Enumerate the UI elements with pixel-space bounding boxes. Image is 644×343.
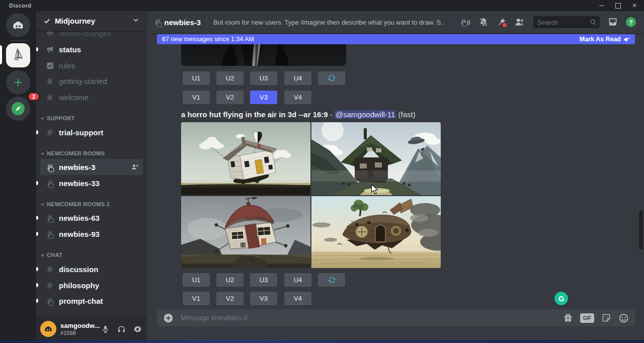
grammarly-icon[interactable]: G bbox=[554, 292, 568, 305]
v4-button-msg2[interactable]: V4 bbox=[284, 292, 311, 305]
chat-scrollbar[interactable] bbox=[639, 210, 643, 249]
grid-image-4[interactable] bbox=[311, 196, 441, 268]
unread-pill bbox=[36, 299, 38, 303]
chevron-down-icon bbox=[40, 116, 45, 121]
unread-pill bbox=[36, 283, 38, 287]
v2-button-msg1[interactable]: V2 bbox=[216, 91, 244, 104]
mode-text: (fast) bbox=[398, 110, 416, 119]
selected-server-pill bbox=[0, 45, 2, 64]
mark-as-read-button[interactable]: Mark As Read bbox=[580, 36, 630, 43]
explore-servers-button[interactable] bbox=[6, 97, 30, 121]
search-input[interactable] bbox=[536, 18, 590, 27]
user-mention[interactable]: @samgoodwill-11 bbox=[335, 110, 396, 119]
hash-bubble-icon: # bbox=[44, 296, 55, 306]
u1-button-msg2[interactable]: U1 bbox=[183, 273, 210, 287]
hash-bubble-icon: # bbox=[44, 162, 55, 172]
add-server-button[interactable] bbox=[6, 70, 30, 95]
grid-image-1[interactable] bbox=[181, 122, 310, 195]
u1-button-msg1[interactable]: U1 bbox=[183, 71, 210, 85]
inbox-button[interactable] bbox=[608, 17, 618, 27]
sidebar-item-getting-started[interactable]: # getting-started bbox=[40, 73, 143, 89]
emoji-button[interactable] bbox=[618, 313, 629, 323]
midjourney-image-grid[interactable] bbox=[181, 122, 441, 268]
new-messages-banner[interactable]: 67 new messages since 1:34 AM Mark As Re… bbox=[157, 34, 635, 44]
v1-button-msg2[interactable]: V1 bbox=[183, 292, 210, 305]
discord-logo-icon bbox=[11, 18, 25, 32]
search-box[interactable] bbox=[533, 16, 600, 28]
attach-file-button[interactable] bbox=[163, 313, 174, 323]
category-support[interactable]: SUPPORT bbox=[40, 113, 143, 123]
notifications-muted-button[interactable] bbox=[478, 17, 489, 27]
server-icon-midjourney[interactable]: 2 bbox=[6, 43, 30, 67]
user-info[interactable]: samgoodw... #1598 bbox=[60, 322, 100, 336]
create-invite-icon[interactable] bbox=[131, 163, 139, 171]
sticker-icon bbox=[601, 313, 611, 323]
mute-mic-button[interactable] bbox=[100, 323, 111, 334]
u4-button-msg1[interactable]: U4 bbox=[284, 71, 311, 85]
chevron-down-icon bbox=[132, 16, 140, 26]
u3-button-msg1[interactable]: U3 bbox=[250, 71, 277, 85]
member-list-button[interactable] bbox=[514, 17, 525, 28]
reroll-icon bbox=[328, 74, 336, 82]
server-header[interactable]: Midjourney bbox=[36, 11, 147, 31]
sidebar-item-newbies-63[interactable]: # newbies-63 bbox=[40, 210, 143, 226]
v2-button-msg2[interactable]: V2 bbox=[216, 292, 244, 305]
v1-button-msg1[interactable]: V1 bbox=[183, 91, 210, 104]
header-divider bbox=[207, 17, 207, 28]
hash-bubble-icon: # bbox=[44, 213, 55, 223]
threads-button[interactable]: # 8 bbox=[461, 18, 470, 27]
sidebar-item-trial-support[interactable]: # trial-support bbox=[40, 124, 143, 140]
mark-read-icon bbox=[623, 36, 630, 43]
category-newcomer-rooms-2[interactable]: NEWCOMER ROOMS 2 bbox=[40, 199, 143, 209]
user-settings-button[interactable] bbox=[132, 323, 143, 334]
category-chat[interactable]: CHAT bbox=[40, 250, 143, 260]
previous-message-image[interactable] bbox=[181, 44, 346, 66]
sidebar-item-newbies-3[interactable]: # newbies-3 bbox=[40, 159, 143, 175]
channel-topic[interactable]: Bot room for new users. Type /imagine th… bbox=[213, 19, 444, 26]
grid-image-3[interactable] bbox=[181, 196, 310, 268]
category-newcomer-rooms[interactable]: NEWCOMER ROOMS bbox=[40, 148, 143, 158]
unread-pill bbox=[36, 216, 38, 220]
unread-pill bbox=[36, 232, 38, 236]
discord-home-button[interactable] bbox=[6, 13, 30, 37]
pinned-messages-button[interactable] bbox=[497, 18, 506, 27]
sidebar-item-prompt-chat[interactable]: # prompt-chat bbox=[40, 293, 143, 309]
gift-button[interactable] bbox=[563, 313, 573, 323]
discord-window: Discord ✕ 2 bbox=[0, 0, 644, 343]
sailboat-icon bbox=[10, 47, 27, 64]
sidebar-item-newbies-93[interactable]: # newbies-93 bbox=[40, 226, 143, 242]
message-input[interactable] bbox=[180, 313, 563, 322]
unread-pill bbox=[36, 267, 38, 271]
sidebar-item-status[interactable]: status bbox=[40, 41, 143, 57]
reroll-icon bbox=[328, 276, 336, 284]
sidebar-item-newbies-33[interactable]: # newbies-33 bbox=[40, 175, 143, 191]
server-unread-badge: 2 bbox=[27, 92, 40, 102]
sidebar-item-welcome[interactable]: # welcome bbox=[40, 89, 143, 105]
v3-button-msg1[interactable]: V3 bbox=[250, 91, 277, 104]
sidebar-item-philosophy[interactable]: # philosophy bbox=[40, 277, 143, 293]
deafen-button[interactable] bbox=[116, 323, 127, 334]
server-name: Midjourney bbox=[55, 17, 95, 25]
separator: - bbox=[330, 110, 335, 119]
rules-icon bbox=[44, 61, 55, 70]
u3-button-msg2[interactable]: U3 bbox=[250, 273, 277, 287]
v4-button-msg1[interactable]: V4 bbox=[284, 91, 311, 104]
channel-name: newbies-3 bbox=[165, 18, 201, 27]
reroll-button-msg1[interactable] bbox=[318, 71, 345, 85]
v3-button-msg2[interactable]: V3 bbox=[250, 292, 277, 305]
megaphone-icon bbox=[44, 45, 55, 54]
sticker-button[interactable] bbox=[601, 313, 611, 323]
minimize-button[interactable] bbox=[599, 6, 604, 6]
maximize-button[interactable] bbox=[615, 3, 621, 9]
discord-logo-icon bbox=[43, 324, 53, 334]
help-button[interactable]: ? bbox=[626, 17, 636, 27]
reroll-button-msg2[interactable] bbox=[318, 273, 345, 287]
u2-button-msg1[interactable]: U2 bbox=[216, 71, 244, 85]
close-button[interactable]: ✕ bbox=[632, 3, 637, 9]
sidebar-item-discussion[interactable]: # discussion bbox=[40, 261, 143, 277]
sidebar-item-rules[interactable]: rules bbox=[40, 57, 143, 73]
gif-button[interactable]: GIF bbox=[580, 313, 594, 323]
avatar[interactable] bbox=[40, 321, 56, 337]
u2-button-msg2[interactable]: U2 bbox=[216, 273, 244, 287]
u4-button-msg2[interactable]: U4 bbox=[284, 273, 311, 287]
